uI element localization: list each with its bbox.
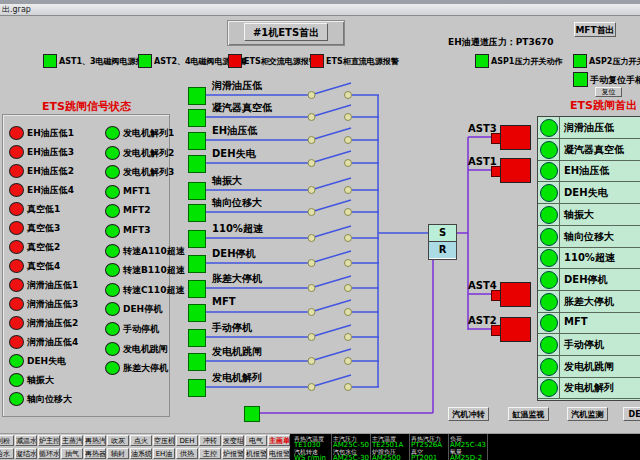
legend-indicator bbox=[43, 54, 57, 68]
signal-lamp-icon bbox=[9, 202, 24, 216]
logic-input-square[interactable] bbox=[188, 379, 206, 397]
signal-lamp-icon bbox=[9, 335, 24, 349]
taskbar-button[interactable]: 抽气 bbox=[61, 448, 83, 459]
taskbar-button[interactable]: 减温水 bbox=[15, 435, 37, 446]
status-column: 主汽压力AM25C-50汽包水位AM25C-30 bbox=[332, 434, 371, 460]
signal-lamp-icon bbox=[9, 126, 24, 140]
first-out-lamp-icon bbox=[540, 184, 558, 202]
first-out-row: DEH停机 bbox=[538, 269, 640, 291]
signal-label: 润滑油压低3 bbox=[27, 298, 78, 311]
taskbar-button[interactable]: 吹灰 bbox=[107, 435, 129, 446]
logic-row-label: MFT bbox=[212, 296, 236, 307]
status-bar: 再热汽温度TE1030汽机转速WS r/min主汽压力AM25C-50汽包水位A… bbox=[290, 434, 640, 460]
first-out-lamp-cell bbox=[538, 160, 560, 181]
footer-button[interactable]: 汽机监测 bbox=[567, 407, 608, 421]
footer-button[interactable]: 缸温监视 bbox=[508, 407, 549, 421]
logic-input-square[interactable] bbox=[188, 204, 206, 222]
first-out-lamp-cell bbox=[538, 182, 560, 203]
taskbar-button[interactable]: DEH bbox=[176, 435, 198, 446]
first-out-lamp-cell bbox=[538, 291, 560, 312]
taskbar-button[interactable]: 主控 bbox=[199, 448, 221, 459]
logic-row-label: 110%超速 bbox=[212, 222, 263, 236]
window-title: 出.grap bbox=[2, 5, 31, 14]
signal-lamp-icon bbox=[105, 224, 120, 238]
logic-row-label: DEH停机 bbox=[212, 247, 256, 261]
ast-valve-box[interactable] bbox=[500, 158, 531, 183]
first-out-lamp-cell bbox=[538, 139, 560, 160]
taskbar-button[interactable]: 点火 bbox=[130, 435, 152, 446]
signal-label: 手动停机 bbox=[123, 323, 159, 336]
taskbar-button[interactable]: 供热 bbox=[176, 448, 198, 459]
first-out-lamp-cell bbox=[538, 312, 560, 333]
logic-input-square[interactable] bbox=[188, 280, 206, 298]
reset-input-square[interactable] bbox=[244, 406, 260, 422]
first-out-label: 110%超速 bbox=[564, 251, 615, 265]
signal-lamp-icon bbox=[105, 361, 120, 375]
logic-input-square[interactable] bbox=[188, 109, 206, 127]
taskbar-button[interactable]: 电报警 bbox=[268, 448, 290, 459]
signal-label: EH油压低3 bbox=[27, 146, 74, 159]
logic-input-square[interactable] bbox=[188, 230, 206, 248]
first-out-panel: 润滑油压低凝汽器真空低EH油压低DEH失电轴振大轴向位移大110%超速DEH停机… bbox=[537, 116, 640, 401]
logic-row-label: 润滑油压低 bbox=[212, 79, 262, 93]
first-out-label: DEH停机 bbox=[564, 273, 608, 287]
taskbar-button[interactable]: 主蒸汽 bbox=[61, 435, 83, 446]
first-out-lamp-cell bbox=[538, 269, 560, 290]
logic-input-square[interactable] bbox=[188, 353, 206, 371]
taskbar-button[interactable]: 再热汽 bbox=[84, 435, 106, 446]
mft-first-out-button[interactable]: MFT首出 bbox=[574, 22, 616, 37]
signal-label: 润滑油压低4 bbox=[27, 336, 78, 349]
logic-row-label: 胀差大停机 bbox=[212, 272, 262, 286]
taskbar-button[interactable]: EH油 bbox=[153, 448, 175, 459]
ast-valve-box[interactable] bbox=[500, 125, 531, 150]
reset-button[interactable]: 复位 bbox=[595, 87, 622, 97]
ets-first-out-screen: 出.grap #1机ETS首出 MFT首出 EH油通道压力：PT3670 ETS… bbox=[0, 0, 640, 460]
first-out-row: MFT bbox=[538, 312, 640, 334]
taskbar-button[interactable]: 电气 bbox=[245, 435, 267, 446]
logic-input-square[interactable] bbox=[188, 155, 206, 173]
sr-latch-set[interactable]: S bbox=[429, 225, 456, 242]
ast-valve-box[interactable] bbox=[500, 282, 531, 307]
logic-input-square[interactable] bbox=[188, 329, 206, 347]
taskbar-button[interactable]: 制粉 bbox=[0, 435, 14, 446]
signal-label: 转速C110超速 bbox=[123, 284, 184, 297]
signal-label: MFT3 bbox=[123, 225, 151, 235]
signal-label: 轴向位移大 bbox=[27, 393, 72, 406]
status-value: AM25C-30 bbox=[333, 454, 370, 460]
taskbar-button[interactable]: 给水 bbox=[0, 448, 14, 459]
logic-row-label: 发电机解列 bbox=[212, 371, 262, 385]
first-out-lamp-icon bbox=[540, 206, 558, 224]
logic-input-square[interactable] bbox=[188, 132, 206, 150]
signal-lamp-icon bbox=[9, 259, 24, 273]
sr-latch-reset[interactable]: R bbox=[429, 242, 456, 258]
logic-row-label: 轴向位移大 bbox=[212, 196, 262, 210]
taskbar-button[interactable]: 炉报警 bbox=[222, 448, 244, 459]
taskbar-button[interactable]: 油系统 bbox=[130, 448, 152, 459]
taskbar-button[interactable]: 发变组 bbox=[222, 435, 244, 446]
taskbar-button[interactable]: 机报警 bbox=[245, 448, 267, 459]
footer-button[interactable]: DEH bbox=[623, 407, 640, 421]
taskbar-button[interactable]: 炉主控 bbox=[38, 435, 60, 446]
taskbar-button[interactable]: 轴封 bbox=[107, 448, 129, 459]
first-out-row: 凝汽器真空低 bbox=[538, 139, 640, 161]
taskbar-button[interactable]: 冲转 bbox=[199, 435, 221, 446]
taskbar-button[interactable]: 凝结水 bbox=[15, 448, 37, 459]
ast-valve-box[interactable] bbox=[500, 317, 531, 342]
signal-lamp-icon bbox=[105, 302, 120, 316]
taskbar-button[interactable]: 再热器 bbox=[84, 448, 106, 459]
first-out-lamp-cell bbox=[538, 204, 560, 225]
first-out-lamp-cell bbox=[538, 334, 560, 355]
ets-first-out-button[interactable]: #1机ETS首出 bbox=[244, 23, 328, 41]
logic-input-square[interactable] bbox=[188, 255, 206, 273]
signal-label: 转速B110超速 bbox=[123, 264, 185, 277]
logic-input-square[interactable] bbox=[188, 304, 206, 322]
signal-lamp-icon bbox=[9, 297, 24, 311]
first-out-label: 发电机解列 bbox=[564, 381, 614, 395]
logic-input-square[interactable] bbox=[188, 182, 206, 200]
footer-button[interactable]: 汽机冲转 bbox=[448, 407, 489, 421]
signal-lamp-icon bbox=[9, 164, 24, 178]
taskbar-button[interactable]: 循环水 bbox=[38, 448, 60, 459]
taskbar-button[interactable]: 主画单 bbox=[268, 435, 290, 446]
taskbar-button[interactable]: 空压机 bbox=[153, 435, 175, 446]
logic-input-square[interactable] bbox=[188, 87, 206, 105]
